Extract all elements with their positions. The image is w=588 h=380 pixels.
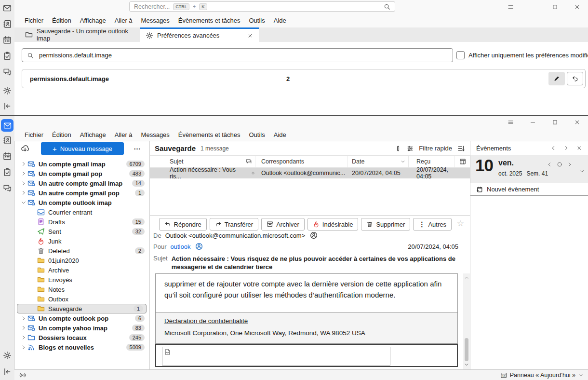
menu-dition[interactable]: Édition <box>48 130 76 140</box>
chevron-right-icon[interactable] <box>20 344 27 350</box>
next-day-icon[interactable] <box>567 162 573 167</box>
tasks-space-icon[interactable] <box>3 168 12 176</box>
body-scrollbar[interactable] <box>463 273 470 369</box>
scroll-up-icon[interactable] <box>464 275 469 280</box>
folder-row-outbox[interactable]: Outbox <box>15 294 149 304</box>
chevron-down-icon[interactable] <box>20 200 27 205</box>
network-status-icon[interactable] <box>19 372 26 379</box>
folder-pane-options-button[interactable]: … <box>134 143 141 151</box>
chevron-right-icon[interactable] <box>20 180 27 186</box>
menu-affichage[interactable]: Affichage <box>76 130 110 140</box>
folder-row-junk[interactable]: Junk <box>15 236 149 246</box>
today-pane-toggle[interactable]: 10 Panneau « Aujourd’hui » <box>500 372 583 379</box>
maximize-button[interactable] <box>544 0 566 14</box>
column-received[interactable]: Reçu <box>409 156 455 167</box>
folder-row-un-compte-gmail-pop[interactable]: Un compte gmail pop483 <box>15 169 149 178</box>
mail-space-icon[interactable] <box>3 4 12 13</box>
message-list-display-options-icon[interactable] <box>457 145 465 152</box>
chat-space-icon[interactable] <box>3 184 12 192</box>
folder-row-archive[interactable]: Archive <box>15 265 149 275</box>
column-date[interactable]: Date <box>348 156 409 167</box>
address-book-space-icon[interactable] <box>3 136 12 145</box>
global-search-field[interactable]: Rechercher... CTRL + K <box>129 1 395 12</box>
menu-dition[interactable]: Édition <box>48 15 76 26</box>
folder-row-01juin2020[interactable]: 01juin2020 <box>15 256 149 265</box>
collapse-spaces-icon[interactable] <box>3 367 12 376</box>
scrollbar-thumb[interactable] <box>465 338 468 361</box>
quick-filter-icon[interactable] <box>407 145 414 152</box>
tab-folder-sauvegarde[interactable]: Sauvegarde - Un compte outlook imap <box>19 27 138 42</box>
calendar-space-icon[interactable] <box>3 36 12 44</box>
transf-rer-button[interactable]: Transférer <box>210 218 258 231</box>
collapse-spaces-icon[interactable] <box>3 102 12 110</box>
new-message-button[interactable]: + Nouveau message <box>41 142 124 155</box>
get-messages-icon[interactable] <box>21 144 29 153</box>
menu-affichage[interactable]: Affichage <box>76 15 110 26</box>
pref-edit-button[interactable] <box>548 72 565 85</box>
recipient-avatar-icon[interactable] <box>195 243 203 250</box>
star-icon[interactable]: ☆ <box>457 219 464 228</box>
menu-aide[interactable]: Aide <box>269 130 291 140</box>
chevron-right-icon[interactable] <box>20 335 27 340</box>
folder-row-notes[interactable]: Notes <box>15 285 149 294</box>
next-icon[interactable] <box>563 145 569 151</box>
supprimer-button[interactable]: Supprimer <box>361 218 410 231</box>
folder-row-envoy-s[interactable]: Envoyés <box>15 275 149 285</box>
folder-row-courrier-entrant[interactable]: Courrier entrant <box>15 207 149 217</box>
menu-outils[interactable]: Outils <box>244 15 269 26</box>
app-menu-button[interactable] <box>499 0 521 14</box>
close-button[interactable] <box>566 116 588 129</box>
menu-outils[interactable]: Outils <box>244 130 269 140</box>
read-status-icon[interactable] <box>251 171 255 176</box>
calendar-space-icon[interactable] <box>3 152 12 161</box>
folder-row-un-autre-compte-gmail-imap[interactable]: Un autre compte gmail imap14 <box>15 178 149 188</box>
privacy-link[interactable]: Déclaration de confidentialité <box>164 317 248 325</box>
from-value[interactable]: Outlook <outlook@communication.microsoft… <box>165 232 306 239</box>
column-correspondents[interactable]: Correspondants <box>255 156 348 167</box>
folder-row-un-compte-outlook-imap[interactable]: Un compte outlook imap <box>15 198 149 207</box>
menu-fichier[interactable]: Fichier <box>20 15 48 26</box>
close-icon[interactable] <box>576 145 582 151</box>
ind-sirable-button[interactable]: Indésirable <box>307 218 359 231</box>
mail-space-active[interactable] <box>1 119 13 132</box>
autres-button[interactable]: ⋮Autres <box>413 218 452 231</box>
sender-avatar-icon[interactable] <box>310 231 318 239</box>
folder-row-sent[interactable]: Sent32 <box>15 227 149 236</box>
menu-aide[interactable]: Aide <box>269 15 291 26</box>
folder-row-deleted[interactable]: Deleted2 <box>15 246 149 256</box>
expand-icon[interactable] <box>579 168 585 174</box>
folder-row-un-compte-gmail-imap[interactable]: Un compte gmail imap6709 <box>15 159 149 169</box>
folder-row-drafts[interactable]: Drafts15 <box>15 217 149 227</box>
chevron-right-icon[interactable] <box>20 325 27 331</box>
r-pondre-button[interactable]: Répondre <box>159 218 207 231</box>
prev-day-icon[interactable] <box>547 162 552 167</box>
tab-config-editor[interactable]: Préférences avancées <box>140 27 259 42</box>
chevron-right-icon[interactable] <box>20 315 27 321</box>
minimize-button[interactable] <box>521 116 544 129</box>
menu-aller[interactable]: Aller à <box>110 130 137 140</box>
to-value[interactable]: outlook <box>170 243 190 250</box>
menu-v-nements-et-t-ches[interactable]: Évènements et tâches <box>174 130 245 140</box>
pref-search-box[interactable] <box>22 48 453 62</box>
pref-reset-button[interactable] <box>567 72 583 85</box>
folder-row-dossiers-locaux[interactable]: Dossiers locaux245 <box>15 333 149 342</box>
pref-row[interactable]: permissions.default.image 2 <box>22 69 586 88</box>
app-menu-button[interactable] <box>499 116 521 129</box>
folder-row-un-compte-outlook-pop[interactable]: Un compte outlook pop6 <box>15 313 149 323</box>
column-subject[interactable]: Sujet <box>150 156 255 167</box>
menu-v-nements-et-t-ches[interactable]: Évènements et tâches <box>174 15 245 26</box>
scroll-down-icon[interactable] <box>464 362 469 367</box>
address-book-space-icon[interactable] <box>3 20 12 28</box>
tasks-space-icon[interactable] <box>3 52 12 60</box>
chevron-right-icon[interactable] <box>20 171 27 176</box>
menu-fichier[interactable]: Fichier <box>20 130 48 140</box>
chevron-right-icon[interactable] <box>20 190 27 196</box>
show-modified-checkbox[interactable] <box>456 51 465 59</box>
new-event-button[interactable]: Nouvel évènement <box>470 183 588 196</box>
quick-filter-label[interactable]: Filtre rapide <box>419 145 452 152</box>
today-icon[interactable] <box>557 162 562 167</box>
folder-row-un-autre-compte-gmail-pop[interactable]: Un autre compte gmail pop1 <box>15 188 149 198</box>
settings-icon[interactable] <box>3 351 12 360</box>
prev-icon[interactable] <box>550 145 556 151</box>
folder-row-sauvegarde[interactable]: Sauvegarde1 <box>17 304 147 313</box>
